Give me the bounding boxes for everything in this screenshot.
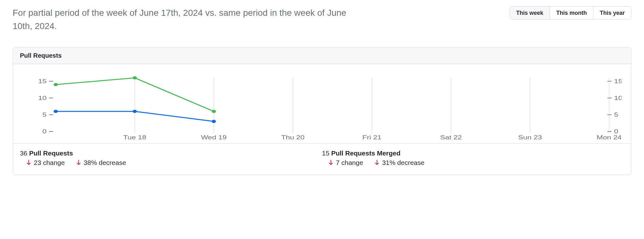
y-axis-right: 15 10 5 0 (607, 78, 622, 135)
period-toggle-week[interactable]: This week (510, 7, 550, 19)
svg-point-33 (54, 110, 58, 113)
svg-text:10: 10 (38, 95, 46, 101)
svg-text:0: 0 (42, 128, 46, 135)
period-toggle: This week This month This year (510, 6, 631, 20)
svg-text:0: 0 (614, 128, 618, 135)
stat-merged: 15 Pull Requests Merged 7 change (322, 149, 624, 166)
merged-count: 15 (322, 149, 329, 157)
x-axis: Tue 18 Wed 19 Thu 20 Fri 21 Sat 22 Sun 2… (123, 134, 622, 141)
svg-text:15: 15 (614, 78, 622, 85)
pr-decrease: 38% decrease (84, 159, 126, 166)
svg-point-31 (133, 76, 137, 79)
period-toggle-year[interactable]: This year (593, 7, 631, 19)
merged-change: 7 change (336, 159, 363, 166)
svg-text:Fri 21: Fri 21 (362, 134, 382, 141)
card-title: Pull Requests (13, 48, 631, 64)
period-toggle-month[interactable]: This month (550, 7, 593, 19)
pr-label: Pull Requests (29, 149, 73, 157)
svg-point-34 (133, 110, 137, 113)
pr-count: 36 (20, 149, 27, 157)
arrow-down-icon (328, 160, 333, 166)
svg-text:Sun 23: Sun 23 (518, 134, 542, 141)
svg-text:Thu 20: Thu 20 (281, 134, 305, 141)
arrow-down-icon (76, 160, 81, 166)
svg-text:Sat 22: Sat 22 (440, 134, 462, 141)
pull-requests-card: Pull Requests 15 10 5 0 15 10 5 0 (13, 47, 631, 175)
stats-row: 36 Pull Requests 23 change 38% de (13, 143, 631, 175)
stat-pull-requests: 36 Pull Requests 23 change 38% de (20, 149, 322, 166)
svg-text:15: 15 (38, 78, 46, 85)
period-subtitle: For partial period of the week of June 1… (13, 6, 354, 33)
arrow-down-icon (26, 160, 31, 166)
x-gridlines (135, 78, 609, 133)
y-axis-left: 15 10 5 0 (38, 78, 53, 135)
merged-decrease: 31% decrease (382, 159, 424, 166)
chart-area: 15 10 5 0 15 10 5 0 (13, 64, 631, 143)
svg-text:5: 5 (42, 112, 46, 118)
pr-change: 23 change (34, 159, 65, 166)
merged-label: Pull Requests Merged (331, 149, 400, 157)
svg-text:5: 5 (614, 112, 618, 118)
svg-point-35 (212, 120, 216, 123)
svg-point-32 (212, 110, 216, 113)
arrow-down-icon (374, 160, 379, 166)
svg-text:Mon 24: Mon 24 (597, 134, 622, 141)
svg-point-30 (54, 83, 58, 86)
svg-text:Tue 18: Tue 18 (123, 134, 146, 141)
svg-text:10: 10 (614, 95, 622, 101)
svg-text:Wed 19: Wed 19 (201, 134, 227, 141)
line-chart: 15 10 5 0 15 10 5 0 (22, 72, 622, 141)
